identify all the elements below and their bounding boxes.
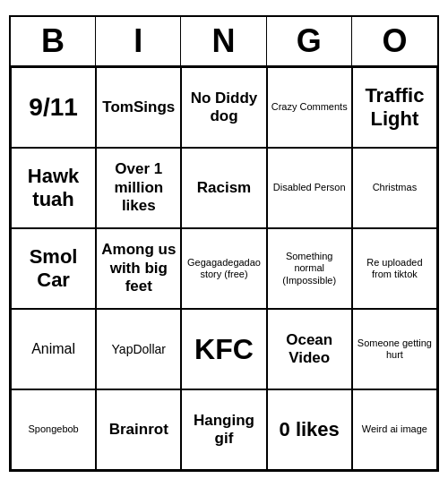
header-b: B: [11, 17, 96, 65]
cell-18: Ocean Video: [267, 309, 352, 389]
cell-4: Traffic Light: [352, 67, 437, 148]
bingo-grid: 9/11 TomSings No Diddy dog Crazy Comment…: [11, 67, 437, 470]
cell-6: Over 1 million likes: [96, 148, 181, 228]
cell-16: YapDollar: [96, 309, 181, 389]
header-o: O: [352, 17, 437, 65]
cell-11: Among us with big feet: [96, 228, 181, 309]
cell-7: Racism: [181, 148, 266, 228]
cell-10: Smol Car: [11, 228, 96, 309]
cell-20: Spongebob: [11, 389, 96, 470]
header-g: G: [267, 17, 352, 65]
cell-19: Someone getting hurt: [352, 309, 437, 389]
cell-21: Brainrot: [96, 389, 181, 470]
cell-13: Something normal (Impossible): [267, 228, 352, 309]
cell-9: Christmas: [352, 148, 437, 228]
cell-22: Hanging gif: [181, 389, 266, 470]
cell-17: KFC: [181, 309, 266, 389]
cell-15: Animal: [11, 309, 96, 389]
cell-23: 0 likes: [267, 389, 352, 470]
cell-5: Hawk tuah: [11, 148, 96, 228]
cell-24: Weird ai image: [352, 389, 437, 470]
cell-2: No Diddy dog: [181, 67, 266, 148]
cell-8: Disabled Person: [267, 148, 352, 228]
bingo-card: B I N G O 9/11 TomSings No Diddy dog Cra…: [9, 15, 439, 472]
cell-1: TomSings: [96, 67, 181, 148]
cell-12: Gegagadegadao story (free): [181, 228, 266, 309]
cell-14: Re uploaded from tiktok: [352, 228, 437, 309]
header-i: I: [96, 17, 181, 65]
bingo-header: B I N G O: [11, 17, 437, 67]
header-n: N: [181, 17, 266, 65]
cell-3: Crazy Comments: [267, 67, 352, 148]
cell-0: 9/11: [11, 67, 96, 148]
